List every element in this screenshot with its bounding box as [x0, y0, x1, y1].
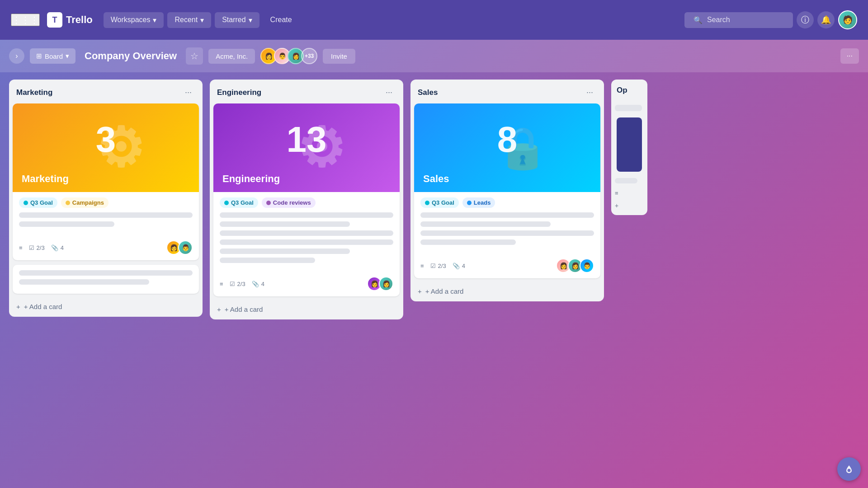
- card-tags-marketing: Q3 Goal Campaigns: [19, 197, 193, 208]
- tag-dot-q3: [24, 201, 28, 205]
- card-body-marketing: Q3 Goal Campaigns: [13, 192, 199, 236]
- column-cards-marketing: ⚙ 3 Marketing Q3 Goal Campaign: [9, 103, 203, 298]
- starred-button[interactable]: Starred ▾: [215, 12, 259, 28]
- card-sales-1[interactable]: 🔒 8 Sales Q3 Goal Leads: [414, 103, 600, 278]
- tag-dot-code: [266, 201, 271, 205]
- chevron-down-icon: ▾: [66, 52, 69, 60]
- user-avatar[interactable]: 🧑: [838, 10, 857, 29]
- skeleton-line: [420, 221, 551, 227]
- card-footer-sales-1: ≡ ☑ 2/3 📎 4 👩 👩 👨: [414, 254, 600, 278]
- atlassian-icon[interactable]: [837, 457, 861, 481]
- card-cover-label-sales: Sales: [423, 173, 449, 185]
- card-tags-sales: Q3 Goal Leads: [420, 197, 594, 208]
- column-cards-sales: 🔒 8 Sales Q3 Goal Leads: [410, 103, 604, 283]
- info-icon-button[interactable]: ⓘ: [797, 11, 814, 28]
- card-cover-number-sales: 8: [497, 119, 518, 160]
- column-sales: Sales ··· 🔒 8 Sales Q3 Goal: [410, 80, 604, 301]
- card-engineering-1[interactable]: ⚙ 13 Engineering Q3 Goal Code: [213, 103, 400, 296]
- trello-logo-text: Trello: [66, 14, 93, 26]
- tag-q3-marketing: Q3 Goal: [19, 197, 57, 208]
- board-view-button[interactable]: ⊞ Board ▾: [30, 48, 75, 64]
- skeleton-line: [220, 212, 393, 218]
- card-cover-number-eng: 13: [287, 119, 327, 160]
- skeleton-line: [220, 239, 393, 245]
- card-marketing-1[interactable]: ⚙ 3 Marketing Q3 Goal Campaign: [13, 103, 199, 260]
- column-partial-header: Op: [611, 80, 647, 101]
- card-cover-label: Marketing: [22, 173, 69, 185]
- footer-checklist-eng: ☑ 2/3: [230, 281, 245, 287]
- footer-checklist: ☑ 2/3: [29, 244, 45, 251]
- plus-icon-sales: +: [418, 287, 422, 295]
- add-card-engineering[interactable]: + + Add a card: [210, 301, 403, 319]
- grid-icon-button[interactable]: ⋮⋮⋮: [11, 14, 40, 26]
- footer-hamburger-icon-sales: ≡: [420, 263, 424, 269]
- column-menu-engineering[interactable]: ···: [382, 86, 396, 99]
- skeleton-line: [420, 230, 594, 236]
- skeleton-line: [220, 221, 350, 227]
- paperclip-icon-eng: 📎: [252, 281, 259, 287]
- column-engineering: Engineering ··· ⚙ 13 Engineering: [210, 80, 403, 319]
- card-tags-engineering: Q3 Goal Code reviews: [220, 197, 393, 208]
- skeleton-line: [220, 258, 315, 263]
- checklist-icon: ☑: [29, 244, 34, 251]
- board-content: Marketing ··· ⚙ 3 Marketing Q3: [0, 72, 868, 488]
- column-menu-marketing[interactable]: ···: [181, 86, 195, 99]
- checklist-icon-eng: ☑: [230, 281, 235, 287]
- member-count[interactable]: +33: [301, 48, 317, 64]
- footer-attachments-eng: 📎 4: [252, 281, 264, 287]
- board-header: › ⊞ Board ▾ Company Overview ☆ Acme, Inc…: [0, 40, 868, 72]
- trello-logo: T Trello: [47, 12, 93, 28]
- search-icon: 🔍: [693, 16, 703, 24]
- column-cards-engineering: ⚙ 13 Engineering Q3 Goal Code: [210, 103, 403, 301]
- card-marketing-2[interactable]: [13, 265, 199, 294]
- sidebar-toggle-button[interactable]: ›: [9, 48, 24, 64]
- column-title-marketing: Marketing: [16, 88, 52, 97]
- recent-button[interactable]: Recent ▾: [167, 12, 211, 28]
- tag-dot-leads: [467, 201, 472, 205]
- workspace-chip[interactable]: Acme, Inc.: [208, 49, 255, 64]
- column-title-sales: Sales: [418, 88, 438, 97]
- footer-hamburger-icon: ≡: [19, 244, 23, 251]
- tag-campaigns: Campaigns: [61, 197, 108, 208]
- chevron-down-icon: ▾: [200, 16, 204, 24]
- footer-attachments: 📎 4: [51, 244, 64, 251]
- chevron-down-icon: ▾: [153, 16, 156, 24]
- card-body-engineering: Q3 Goal Code reviews: [213, 192, 400, 272]
- add-card-marketing[interactable]: + + Add a card: [9, 298, 203, 317]
- tag-dot-campaigns: [66, 201, 70, 205]
- search-bar[interactable]: 🔍 Search: [684, 12, 793, 28]
- member-avatars: 👩 👨 👩 +33: [260, 48, 317, 64]
- card-body-marketing-2: [13, 265, 199, 294]
- skeleton-line: [19, 221, 114, 227]
- footer-avatar-sales-3: 👨: [580, 258, 594, 273]
- create-button[interactable]: Create: [263, 12, 299, 28]
- workspaces-button[interactable]: Workspaces ▾: [104, 12, 164, 28]
- svg-point-1: [848, 469, 851, 472]
- footer-hamburger-icon-eng: ≡: [220, 281, 223, 287]
- paperclip-icon-sales: 📎: [453, 263, 460, 269]
- card-body-sales: Q3 Goal Leads: [414, 192, 600, 254]
- star-button[interactable]: ☆: [186, 47, 203, 65]
- skeleton-line: [420, 212, 594, 218]
- board-view-icon: ⊞: [36, 52, 42, 60]
- navbar: ⋮⋮⋮ T Trello Workspaces ▾ Recent ▾ Starr…: [0, 0, 868, 40]
- column-menu-sales[interactable]: ···: [583, 86, 597, 99]
- card-cover-label-eng: Engineering: [222, 173, 280, 185]
- board-more-button[interactable]: ···: [840, 48, 859, 64]
- card-cover-number: 3: [96, 119, 116, 160]
- footer-avatar-eng-2: 👩: [379, 277, 393, 291]
- checklist-icon-sales: ☑: [430, 263, 436, 269]
- column-header-engineering: Engineering ···: [210, 80, 403, 103]
- column-header-marketing: Marketing ···: [9, 80, 203, 103]
- footer-checklist-sales: ☑ 2/3: [430, 263, 446, 269]
- tag-dot-q3-sales: [425, 201, 429, 205]
- invite-button[interactable]: Invite: [323, 49, 355, 64]
- skeleton-line: [19, 279, 149, 285]
- column-title-engineering: Engineering: [217, 88, 261, 97]
- trello-logo-icon: T: [47, 12, 62, 28]
- notification-bell-button[interactable]: 🔔: [817, 11, 835, 28]
- card-cover-sales: 🔒 8 Sales: [414, 103, 600, 192]
- skeleton-line: [420, 239, 516, 245]
- add-card-sales[interactable]: + + Add a card: [410, 283, 604, 301]
- tag-code-reviews: Code reviews: [262, 197, 316, 208]
